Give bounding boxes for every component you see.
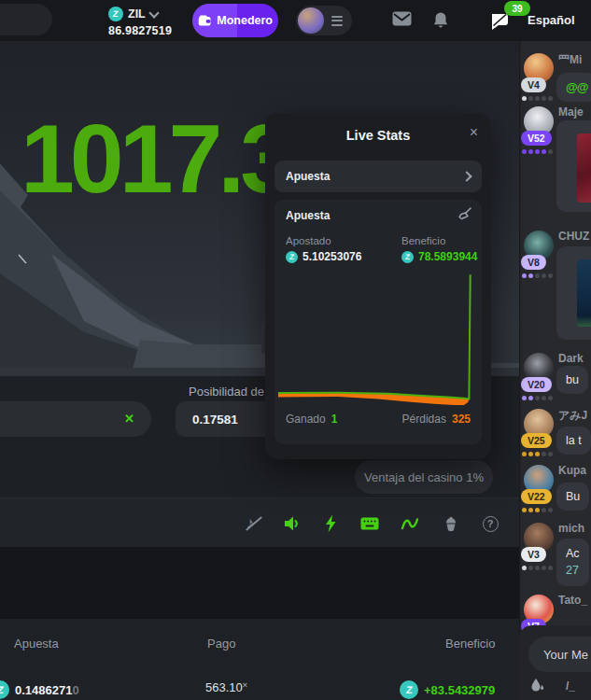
profit-history-chart [278, 271, 478, 405]
level-badge: V25 [521, 433, 552, 448]
chat-message: CHUZ V8 [519, 230, 591, 347]
chat-sidebar: 罒Mi V4 @@ Maje V52 CHUZ V8 Dark V20 [519, 41, 591, 700]
chat-username[interactable]: CHUZ [558, 230, 589, 243]
win-chance-label: Posibilidad de [189, 385, 264, 399]
chat-message: アみJ V25 la t [519, 408, 591, 466]
level-dots [522, 149, 553, 154]
chat-username[interactable]: アみJ [558, 408, 587, 424]
live-stats-modal: Live Stats × Apuesta Apuesta Apostado Be… [265, 113, 491, 459]
notifications-button[interactable] [432, 11, 449, 33]
chat-image-attachment[interactable] [577, 259, 591, 327]
hotkeys-button[interactable] [359, 513, 380, 534]
nav-pill-partial[interactable] [0, 4, 52, 35]
level-badge: V52 [521, 131, 552, 146]
bet-amount-cell: Z 0.14862710 [0, 680, 79, 699]
avatar [298, 7, 324, 34]
chat-username[interactable]: Tato_ [558, 594, 587, 607]
multiplier-result: 1017.3 [21, 110, 289, 207]
bell-icon [432, 11, 449, 29]
wallet-button[interactable]: Monedero [192, 4, 278, 37]
language-selector[interactable]: Español [528, 13, 575, 27]
losses-stat: Pérdidas325 [402, 413, 471, 426]
chat-message: 罒Mi V4 @@ [519, 52, 591, 105]
chevron-right-icon [461, 171, 471, 181]
column-header-profit: Beneficio [445, 637, 495, 651]
wins-stat: Ganado1 [286, 413, 337, 426]
wagered-label: Apostado [286, 235, 331, 246]
lightning-icon [323, 514, 338, 533]
topbar: Z ZIL 86.9827519 Monedero [0, 0, 591, 41]
chat-bubble: @@ [556, 73, 591, 102]
level-badge: V20 [521, 377, 552, 392]
chat-image-attachment[interactable] [577, 133, 591, 203]
stats-card: Apuesta Apostado Beneficio Z 5.10253076 … [274, 200, 482, 444]
zil-coin-icon: Z [0, 680, 9, 699]
profit-cell: Z +83.5432979 [400, 680, 495, 699]
chevron-down-icon [148, 7, 159, 18]
chat-message-input[interactable] [528, 637, 591, 672]
stats-wave-icon [401, 516, 419, 531]
mail-icon [392, 11, 412, 26]
chat-username[interactable]: 罒Mi [558, 52, 582, 68]
chat-bubble: bu [556, 366, 588, 394]
chat-bubble: Ac 27 [556, 539, 589, 586]
stats-filter-select[interactable]: Apuesta [274, 161, 482, 192]
chat-username[interactable]: Maje [558, 105, 584, 119]
app-root: 1017.3 ✕ Posibilidad de Ventaja del casi… [0, 0, 591, 700]
music-note-icon: ♪ [246, 514, 255, 533]
chat-bubble: Bu [556, 483, 589, 511]
column-header-bet: Apuesta [14, 637, 59, 651]
zil-coin-icon: Z [400, 680, 418, 699]
chat-message: mich V3 Ac 27 [519, 522, 591, 593]
bets-table: Apuesta Pago Beneficio Z 0.14862710 563.… [0, 619, 519, 700]
sound-button[interactable] [282, 513, 303, 534]
level-dots [522, 96, 553, 101]
level-dots [522, 566, 553, 570]
currency-code: ZIL [128, 7, 146, 21]
trophy-cup-icon [443, 515, 459, 532]
mail-button[interactable] [392, 11, 412, 30]
multiply-icon: ✕ [124, 412, 134, 426]
chat-message: Maje V52 [519, 105, 591, 223]
user-menu[interactable] [296, 6, 352, 35]
chat-username[interactable]: Dark [558, 352, 584, 365]
live-stats-button[interactable] [400, 513, 420, 534]
level-badge: V3 [521, 547, 546, 562]
help-button[interactable]: ? [480, 513, 500, 534]
game-toolbar: ♪ [0, 497, 519, 548]
emote-icons: @@ [566, 80, 587, 94]
level-badge: V22 [521, 489, 552, 504]
level-badge: V4 [521, 77, 546, 92]
zil-coin-icon: Z [286, 251, 298, 263]
wagered-value: Z 5.10253076 [286, 250, 361, 263]
notification-count-badge: 39 [504, 1, 530, 16]
zil-coin-icon: Z [401, 251, 414, 263]
speaker-icon [283, 515, 302, 532]
chat-message: Kupa V22 Bu [519, 464, 591, 522]
slash-commands-icon[interactable]: /_ [566, 679, 575, 693]
rain-drop-icon[interactable] [530, 678, 544, 696]
level-dots [522, 452, 553, 456]
leaderboard-button[interactable] [441, 513, 461, 534]
wallet-icon [198, 14, 211, 27]
panel-divider [0, 547, 519, 619]
chat-bubble: la t [556, 427, 591, 455]
music-off-button[interactable]: ♪ [240, 513, 260, 534]
profit-value: Z 78.5893944 [401, 250, 477, 263]
close-icon[interactable]: × [470, 125, 478, 140]
modal-title: Live Stats [265, 128, 491, 143]
zil-coin-icon: Z [108, 7, 123, 21]
house-edge-badge: Ventaja del casino 1% [355, 460, 493, 494]
level-dots [522, 273, 553, 278]
instant-bet-button[interactable] [320, 513, 341, 534]
currency-selector[interactable]: Z ZIL 86.9827519 [108, 7, 183, 37]
chat-username[interactable]: Kupa [558, 464, 586, 477]
profit-label: Beneficio [401, 235, 445, 246]
payout-cell: 563.10× [205, 680, 247, 694]
reset-broom-icon[interactable] [457, 206, 472, 225]
stats-footer: Ganado1 Pérdidas325 [286, 413, 471, 426]
chat-username[interactable]: mich [558, 522, 584, 535]
keyboard-icon [360, 516, 379, 531]
chat-message: Dark V20 bu [519, 352, 591, 410]
chat-input-panel: /_ [519, 625, 591, 700]
